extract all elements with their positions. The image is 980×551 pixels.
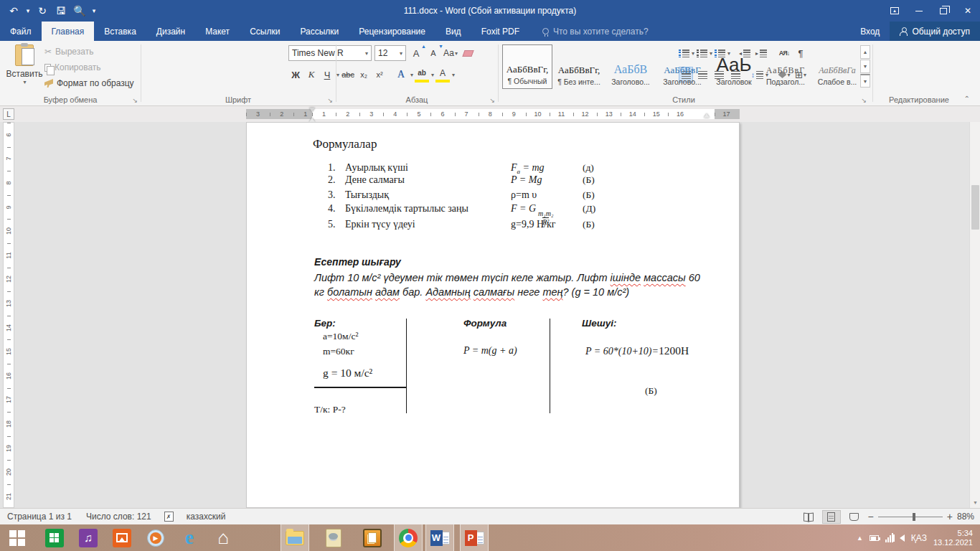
- paragraph-dialog-launcher-icon[interactable]: ↘: [489, 97, 495, 104]
- tab-view[interactable]: Вид: [435, 22, 471, 41]
- vertical-scrollbar[interactable]: ▲ ▼: [969, 122, 980, 508]
- undo-dropdown-icon[interactable]: ▾: [24, 3, 32, 19]
- solution-divider-line: [314, 387, 406, 388]
- print-layout-button[interactable]: [822, 510, 841, 524]
- tab-foxit-pdf[interactable]: Foxit PDF: [471, 22, 529, 41]
- save-icon[interactable]: 🖫: [53, 3, 69, 19]
- undo-icon[interactable]: ↶: [6, 3, 22, 19]
- taskbar-store[interactable]: [40, 524, 69, 551]
- ruler-left-margin: 321: [246, 109, 312, 119]
- print-preview-icon[interactable]: 🔍: [72, 3, 88, 19]
- volume-icon[interactable]: [900, 534, 905, 542]
- zoom-out-button[interactable]: −: [868, 511, 874, 522]
- problem-text: Лифт 10 м/с² үдеумен тік төмен түсіп кел…: [314, 270, 705, 299]
- collapse-ribbon-icon[interactable]: ⌃: [964, 95, 970, 103]
- proofing-errors-icon[interactable]: ✗: [164, 512, 174, 522]
- styles-more-icon[interactable]: ▼: [860, 74, 870, 88]
- taskbar-photos[interactable]: [108, 524, 136, 551]
- ribbon-tab-row: Файл Главная Вставка Дизайн Макет Ссылки…: [0, 22, 980, 41]
- word-count[interactable]: Число слов: 121: [79, 512, 159, 522]
- page-icon: [827, 512, 835, 522]
- read-mode-button[interactable]: [799, 510, 818, 524]
- style-heading1[interactable]: АаБбВЗаголово...: [606, 44, 656, 89]
- font-dialog-launcher-icon[interactable]: ↘: [327, 97, 333, 104]
- taskbar-app[interactable]: [319, 524, 348, 551]
- clock[interactable]: 5:3413.12.2021: [933, 529, 973, 547]
- clipboard-dialog-launcher-icon[interactable]: ↘: [132, 97, 138, 104]
- sign-in-button[interactable]: Вход: [850, 22, 890, 41]
- find-text: Т/к: Р-?: [314, 404, 346, 415]
- tab-file[interactable]: Файл: [0, 22, 42, 41]
- problem-line-1: Лифт 10 м/с² үдеумен тік төмен түсіп кел…: [314, 270, 705, 285]
- style-no-spacing[interactable]: АаБбВвГг,¶ Без инте...: [554, 44, 604, 89]
- page-indicator[interactable]: Страница 1 из 1: [0, 512, 79, 522]
- battery-icon[interactable]: [870, 535, 879, 541]
- taskbar-word[interactable]: W: [425, 524, 454, 551]
- language-switcher[interactable]: ҚАЗ: [911, 533, 927, 543]
- zoom-slider-thumb[interactable]: [913, 513, 915, 521]
- zoom-in-button[interactable]: +: [947, 511, 953, 522]
- style-heading2[interactable]: АаБбВвГЗаголово...: [657, 44, 707, 89]
- ribbon-display-options-icon[interactable]: ▴: [882, 0, 907, 22]
- show-hidden-icons-chevron[interactable]: ▲: [857, 534, 863, 542]
- bold-button[interactable]: Ж: [288, 67, 303, 83]
- tab-review[interactable]: Рецензирование: [349, 22, 435, 41]
- styles-scroll-up-icon[interactable]: ▲: [860, 45, 870, 59]
- share-button[interactable]: Общий доступ: [890, 22, 980, 41]
- tell-me-box[interactable]: Что вы хотите сделать?: [542, 22, 649, 41]
- style-title[interactable]: АаЬЗаголовок: [709, 44, 759, 89]
- taskbar-home-app[interactable]: ⌂: [209, 524, 237, 551]
- format-painter-button[interactable]: Формат по образцу: [44, 75, 134, 91]
- taskbar-internet-explorer[interactable]: e: [175, 524, 204, 551]
- document-area: 6789101112131415161718192021 Формулалар …: [0, 122, 980, 508]
- tab-layout[interactable]: Макет: [195, 22, 240, 41]
- close-icon[interactable]: ✕: [956, 0, 980, 22]
- horizontal-ruler[interactable]: L 321 12345678910111213141516 17: [0, 106, 980, 122]
- tab-home[interactable]: Главная: [42, 22, 95, 41]
- vertical-ruler[interactable]: 6789101112131415161718192021: [3, 122, 14, 508]
- start-button[interactable]: [0, 524, 34, 551]
- problem-line-2: кг болатын адам бар. Адамның салмағы нег…: [314, 285, 705, 299]
- right-indent-marker[interactable]: [704, 113, 710, 118]
- style-preview: АаБбВвГ: [664, 65, 700, 76]
- styles-dialog-launcher-icon[interactable]: ↘: [861, 97, 867, 104]
- scroll-down-icon[interactable]: ▼: [970, 496, 980, 508]
- taskbar-chrome[interactable]: [394, 524, 423, 551]
- minimize-icon[interactable]: [907, 0, 931, 22]
- style-subtle-emphasis[interactable]: АаБбВвГаСлабое в...: [812, 44, 862, 89]
- taskbar-powerpoint[interactable]: P: [460, 524, 489, 551]
- style-subtitle[interactable]: АаБбВвГПодзагол...: [760, 44, 811, 89]
- cut-button[interactable]: ✂Вырезать: [44, 44, 134, 60]
- taskbar-file-explorer[interactable]: [281, 524, 309, 551]
- underline-button[interactable]: Ч: [320, 67, 334, 83]
- group-styles: АаБбВвГг,¶ Обычный АаБбВвГг,¶ Без инте..…: [498, 41, 870, 106]
- taskbar-media-player[interactable]: ▶: [141, 524, 170, 551]
- zoom-level[interactable]: 88%: [957, 512, 974, 522]
- zoom-slider[interactable]: [878, 517, 943, 517]
- scrollbar-thumb[interactable]: [971, 185, 979, 230]
- solve-label: Шешуі:: [582, 318, 616, 329]
- language-indicator[interactable]: казахский: [179, 512, 233, 522]
- style-normal[interactable]: АаБбВвГг,¶ Обычный: [502, 44, 552, 89]
- customize-qat-icon[interactable]: ▾: [90, 3, 98, 19]
- tab-mailings[interactable]: Рассылки: [290, 22, 349, 41]
- tab-insert[interactable]: Вставка: [94, 22, 146, 41]
- document-page[interactable]: Формулалар 1. Ауырлық күші Fа = mg (д) 2…: [246, 122, 740, 508]
- restore-icon[interactable]: [931, 0, 956, 22]
- paste-button[interactable]: Вставить ▾: [9, 44, 40, 96]
- orange-document-icon: [363, 529, 382, 547]
- styles-scroll-down-icon[interactable]: ▼: [860, 60, 870, 73]
- tab-references[interactable]: Ссылки: [240, 22, 290, 41]
- italic-button[interactable]: К: [304, 67, 319, 83]
- format-painter-label: Формат по образцу: [57, 78, 134, 88]
- taskbar-music[interactable]: ♫: [74, 524, 103, 551]
- powerpoint-icon: P: [465, 530, 484, 546]
- taskbar-document-app[interactable]: [358, 524, 387, 551]
- first-line-indent-marker[interactable]: [309, 108, 315, 112]
- web-layout-button[interactable]: [845, 510, 864, 524]
- tab-selector[interactable]: L: [3, 108, 14, 120]
- copy-button[interactable]: Копировать: [44, 60, 134, 75]
- redo-icon[interactable]: ↻: [34, 3, 50, 19]
- tab-design[interactable]: Дизайн: [146, 22, 195, 41]
- given-label: Бер:: [314, 318, 336, 329]
